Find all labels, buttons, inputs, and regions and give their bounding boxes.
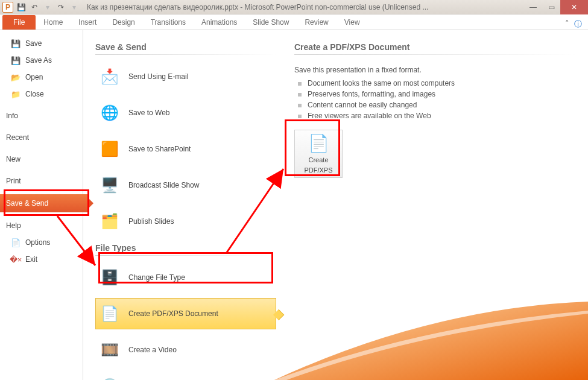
opt-label: Change File Type	[128, 273, 185, 282]
tab-animations[interactable]: Animations	[194, 15, 245, 30]
opt-package-cd[interactable]: 💿Package Presentation for CD	[95, 370, 276, 380]
save-send-column: Save & Send 📩Send Using E-mail 🌐Save to …	[95, 42, 276, 380]
nav-save[interactable]: 💾Save	[0, 35, 83, 52]
details-title: Create a PDF/XPS Document	[294, 42, 576, 52]
nav-exit[interactable]: �×Exit	[0, 251, 83, 268]
backstage-nav: 💾Save 💾Save As 📂Open 📁Close Info Recent …	[0, 30, 83, 380]
nav-save-label: Save	[25, 39, 42, 48]
video-icon: 🎞️	[100, 340, 120, 360]
pdf-icon: 📄	[100, 303, 120, 324]
close-button[interactable]: ✕	[560, 0, 588, 14]
opt-label: Create a Video	[128, 346, 177, 354]
nav-save-as-label: Save As	[25, 56, 52, 65]
nav-new[interactable]: New	[0, 151, 83, 168]
opt-publish-slides[interactable]: 🗂️Publish Slides	[95, 206, 276, 237]
folder-open-icon: 📂	[11, 72, 21, 82]
bullet: Content cannot be easily changed	[294, 100, 576, 110]
maximize-button[interactable]: ▭	[542, 0, 560, 14]
opt-label: Create PDF/XPS Document	[128, 309, 218, 318]
tab-view[interactable]: View	[337, 15, 368, 30]
title-bar: P 💾 ↶ ▾ ↷ ▾ Как из презентации сделать в…	[0, 0, 588, 14]
opt-label: Save to SharePoint	[128, 145, 191, 153]
nav-open[interactable]: 📂Open	[0, 69, 83, 86]
email-icon: 📩	[100, 66, 120, 87]
tab-slideshow[interactable]: Slide Show	[245, 15, 297, 30]
save-icon: 💾	[11, 39, 21, 48]
opt-broadcast[interactable]: 🖥️Broadcast Slide Show	[95, 169, 276, 201]
tab-transitions[interactable]: Transitions	[143, 15, 194, 30]
help-icon[interactable]: ⓘ	[574, 19, 582, 30]
opt-save-sharepoint[interactable]: 🟧Save to SharePoint	[95, 133, 276, 165]
nav-recent[interactable]: Recent	[0, 129, 83, 146]
opt-create-pdf-xps[interactable]: 📄Create PDF/XPS Document	[95, 298, 276, 329]
opt-send-email[interactable]: 📩Send Using E-mail	[95, 61, 276, 92]
opt-label: Save to Web	[128, 109, 169, 117]
pdf-doc-icon: 📄	[308, 133, 329, 154]
tab-file[interactable]: File	[2, 15, 36, 30]
nav-save-as[interactable]: 💾Save As	[0, 52, 83, 69]
save-qat-icon[interactable]: 💾	[16, 2, 27, 13]
options-icon: 📄	[11, 238, 21, 247]
save-as-icon: 💾	[11, 55, 21, 65]
decorative-swoosh	[274, 302, 588, 380]
bullet: Document looks the same on most computer…	[294, 78, 576, 89]
nav-help[interactable]: Help	[0, 217, 83, 234]
cd-icon: 💿	[100, 376, 120, 380]
divider	[294, 54, 576, 55]
opt-save-web[interactable]: 🌐Save to Web	[95, 97, 276, 128]
nav-options[interactable]: 📄Options	[0, 234, 83, 251]
sharepoint-icon: 🟧	[100, 139, 120, 159]
undo-icon[interactable]: ↶	[29, 2, 40, 13]
change-type-icon: 🗄️	[100, 267, 120, 288]
create-pdf-xps-button[interactable]: 📄 Create PDF/XPS	[294, 130, 343, 178]
nav-exit-label: Exit	[25, 255, 37, 264]
tab-home[interactable]: Home	[36, 15, 71, 30]
nav-save-send[interactable]: Save & Send	[0, 194, 89, 212]
globe-icon: 🌐	[100, 103, 120, 123]
opt-label: Publish Slides	[128, 217, 174, 226]
broadcast-icon: 🖥️	[100, 175, 120, 195]
nav-options-label: Options	[25, 238, 50, 247]
app-icon[interactable]: P	[2, 2, 13, 13]
qat-customize-icon[interactable]: ▾	[69, 2, 80, 13]
folder-close-icon: 📁	[11, 89, 21, 99]
tab-review[interactable]: Review	[297, 15, 336, 30]
btn-line1: Create	[308, 156, 328, 164]
nav-close-label: Close	[25, 90, 44, 98]
section-save-send-title: Save & Send	[95, 42, 276, 52]
tab-insert[interactable]: Insert	[71, 15, 104, 30]
bullet: Free viewers are available on the Web	[294, 110, 576, 121]
details-desc: Save this presentation in a fixed format…	[294, 66, 576, 74]
quick-access-toolbar: P 💾 ↶ ▾ ↷ ▾	[0, 2, 82, 13]
opt-change-file-type[interactable]: 🗄️Change File Type	[95, 262, 276, 293]
tab-design[interactable]: Design	[104, 15, 142, 30]
publish-icon: 🗂️	[100, 211, 120, 232]
details-bullets: Document looks the same on most computer…	[294, 78, 576, 121]
ribbon-minimize-icon[interactable]: ˄	[565, 19, 569, 30]
divider	[95, 54, 276, 55]
opt-create-video[interactable]: 🎞️Create a Video	[95, 334, 276, 366]
window-controls: — ▭ ✕	[524, 0, 588, 14]
bullet: Preserves fonts, formatting, and images	[294, 89, 576, 100]
exit-icon: �×	[11, 255, 21, 264]
nav-info[interactable]: Info	[0, 107, 83, 124]
opt-label: Send Using E-mail	[128, 72, 188, 81]
window-title: Как из презентации сделать видеоролик.pp…	[82, 3, 524, 11]
opt-label: Broadcast Slide Show	[128, 181, 199, 189]
nav-print[interactable]: Print	[0, 173, 83, 189]
qat-dropdown-icon[interactable]: ▾	[42, 2, 53, 13]
nav-close[interactable]: 📁Close	[0, 86, 83, 103]
minimize-button[interactable]: —	[524, 0, 542, 14]
section-file-types-title: File Types	[95, 243, 276, 253]
nav-open-label: Open	[25, 73, 43, 81]
ribbon-tabs: File Home Insert Design Transitions Anim…	[0, 14, 588, 30]
btn-line2: PDF/XPS	[304, 166, 332, 174]
redo-icon[interactable]: ↷	[55, 2, 66, 13]
divider	[95, 255, 276, 256]
